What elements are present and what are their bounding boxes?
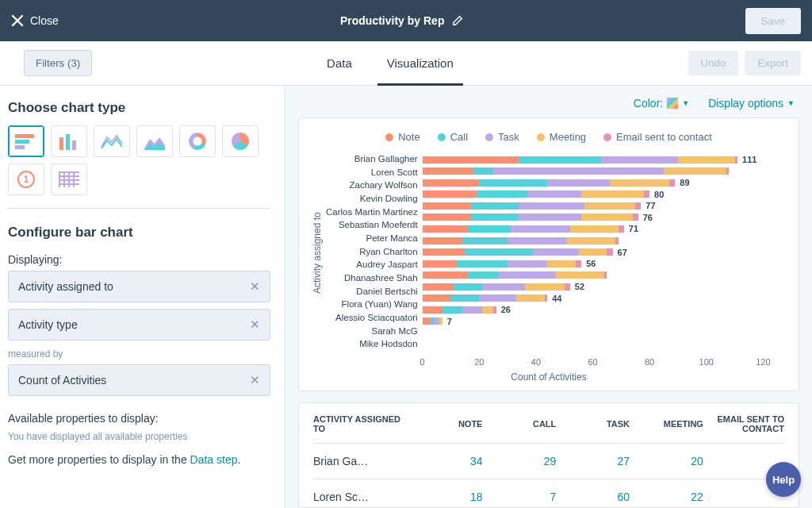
help-bubble[interactable]: Help: [766, 462, 801, 497]
displaying-label: Displaying:: [8, 253, 270, 266]
x-axis-ticks: 020406080100120: [423, 357, 786, 368]
field-activity-assigned-to[interactable]: Activity assigned to ✕: [8, 271, 270, 302]
kpi-icon: 1: [17, 171, 35, 188]
field-count-of-activities[interactable]: Count of Activities ✕: [8, 364, 270, 396]
top-bar: Close Productivity by Rep Save: [0, 0, 812, 41]
th-assigned[interactable]: ACTIVITY ASSIGNED TO: [313, 414, 409, 433]
export-button[interactable]: Export: [745, 51, 801, 75]
data-step-posttext: .: [238, 453, 241, 466]
chart-type-donut[interactable]: [179, 125, 216, 157]
configure-heading: Configure bar chart: [8, 225, 270, 241]
horizontal-bar-icon: [15, 133, 37, 150]
save-button[interactable]: Save: [745, 8, 801, 34]
legend-swatch-task: [485, 133, 493, 141]
y-axis-label: Activity assigned to: [312, 154, 326, 352]
column-icon: [58, 133, 80, 150]
chart-type-table[interactable]: [51, 164, 87, 195]
table-row[interactable]: Loren Sc…1876022: [313, 479, 784, 508]
display-options-dropdown[interactable]: Display options ▼: [708, 97, 795, 110]
chart-type-area[interactable]: [136, 125, 173, 157]
th-meeting[interactable]: MEETING: [630, 419, 703, 429]
choose-chart-type-heading: Choose chart type: [8, 100, 270, 116]
legend-swatch-meeting: [537, 133, 545, 141]
cell-name: Brian Ga…: [313, 455, 409, 468]
page-title-wrap: Productivity by Rep: [340, 14, 463, 27]
legend-swatch-email: [603, 133, 611, 141]
field-activity-type[interactable]: Activity type ✕: [8, 309, 270, 341]
pie-icon: [232, 133, 249, 150]
cell-task[interactable]: 27: [556, 455, 630, 468]
remove-field-icon[interactable]: ✕: [250, 318, 260, 332]
tab-data[interactable]: Data: [309, 41, 370, 85]
legend-call: Call: [450, 131, 468, 143]
data-table: ACTIVITY ASSIGNED TO NOTE CALL TASK MEET…: [298, 402, 799, 508]
chevron-down-icon: ▼: [682, 99, 689, 107]
th-note[interactable]: NOTE: [409, 419, 483, 429]
color-dropdown[interactable]: Color: ▼: [634, 97, 689, 110]
data-step-link[interactable]: Data step: [190, 453, 238, 466]
display-options-label: Display options: [708, 97, 783, 110]
table-icon: [58, 171, 80, 188]
available-properties-body: You have displayed all available propert…: [8, 431, 270, 442]
color-label: Color:: [634, 97, 663, 110]
edit-title-icon[interactable]: [452, 15, 463, 26]
legend-meeting: Meeting: [550, 131, 586, 143]
chart-type-column[interactable]: [51, 125, 87, 157]
line-icon: [101, 133, 123, 150]
area-icon: [144, 133, 166, 150]
measured-by-label: measured by: [8, 348, 270, 360]
donut-icon: [189, 133, 206, 150]
cell-name: Loren Sc…: [313, 491, 409, 503]
th-task[interactable]: TASK: [556, 419, 630, 429]
field-label: Count of Activities: [18, 374, 106, 387]
y-axis-categories: Brian GallagherLoren ScottZachary Wolfso…: [326, 154, 423, 352]
chart-type-horizontal-bar[interactable]: [8, 125, 44, 157]
remove-field-icon[interactable]: ✕: [250, 279, 260, 294]
close-label: Close: [30, 14, 59, 27]
cell-note[interactable]: 34: [409, 455, 483, 468]
th-call[interactable]: CALL: [482, 419, 556, 429]
legend-swatch-note: [385, 133, 393, 141]
legend-note: Note: [398, 131, 419, 143]
close-icon: [11, 14, 24, 27]
legend-swatch-call: [438, 133, 446, 141]
config-sidebar: Choose chart type 1 Configure bar chart …: [0, 86, 285, 508]
help-label: Help: [772, 474, 795, 486]
color-swatch-icon: [667, 98, 678, 109]
visualization-panel: Color: ▼ Display options ▼ Note Call Tas…: [285, 86, 812, 508]
chart-type-kpi[interactable]: 1: [8, 164, 44, 195]
x-axis-label: Count of Activities: [312, 371, 786, 383]
filters-button[interactable]: Filters (3): [24, 50, 92, 76]
th-email[interactable]: EMAIL SENT TO CONTACT: [703, 414, 784, 433]
page-title: Productivity by Rep: [340, 14, 444, 27]
cell-call[interactable]: 29: [482, 455, 556, 468]
close-button[interactable]: Close: [11, 14, 59, 27]
legend-task: Task: [498, 131, 519, 143]
undo-button[interactable]: Undo: [688, 51, 739, 75]
available-properties-heading: Available properties to display:: [8, 412, 270, 425]
cell-call[interactable]: 7: [482, 491, 556, 503]
cell-task[interactable]: 60: [556, 491, 630, 503]
cell-note[interactable]: 18: [409, 491, 483, 503]
table-row[interactable]: Brian Ga…34292720: [313, 444, 784, 479]
cell-meeting[interactable]: 20: [630, 455, 703, 468]
action-bar: Filters (3) Data Visualization Undo Expo…: [0, 41, 812, 86]
tab-visualization[interactable]: Visualization: [370, 41, 471, 85]
chart-type-line[interactable]: [94, 125, 130, 157]
field-label: Activity type: [18, 318, 78, 331]
chart-type-pie[interactable]: [222, 125, 259, 157]
chart-card: Note Call Task Meeting Email sent to con…: [298, 117, 799, 391]
legend-email: Email sent to contact: [616, 131, 712, 143]
data-step-pretext: Get more properties to display in the: [8, 453, 190, 466]
legend: Note Call Task Meeting Email sent to con…: [312, 131, 786, 143]
remove-field-icon[interactable]: ✕: [250, 373, 260, 387]
cell-meeting[interactable]: 22: [630, 491, 703, 503]
chevron-down-icon: ▼: [787, 99, 795, 107]
field-label: Activity assigned to: [18, 280, 113, 293]
plot-area: 020406080100120 111898077767167565244267: [423, 154, 786, 352]
